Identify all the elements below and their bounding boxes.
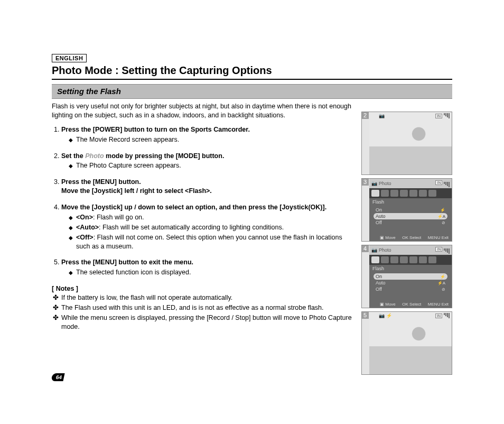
step-4-auto: <Auto>: Flash will be set automatically … xyxy=(69,223,356,232)
menu-header-3: Photo xyxy=(379,181,391,186)
page-title: Photo Mode : Setting the Capturing Optio… xyxy=(52,64,452,80)
in-indicator: IN xyxy=(435,314,442,318)
body-text: Flash is very useful not only for bright… xyxy=(52,102,356,375)
camera-icon: 📷 xyxy=(379,113,385,118)
menu-label-4: Flash xyxy=(369,265,452,272)
flash-on-icon: ⚡ xyxy=(386,313,392,318)
exit-hint: MENU Exit xyxy=(428,302,449,307)
move-hint: ▣ Move xyxy=(380,302,396,307)
step-1: Press the [POWER] button to turn on the … xyxy=(61,125,356,144)
figure-3-number: 3 xyxy=(361,178,369,186)
step-2-head: Set the Photo mode by pressing the [MODE… xyxy=(61,152,224,160)
figure-4: 4 📷PhotoIN Flash On⚡ Auto⚡A Off⊘ ▣ Move … xyxy=(361,245,452,308)
step-4-head: Move the [Joystick] up / down to select … xyxy=(61,204,326,211)
opt-on-3: On⚡ xyxy=(374,207,447,213)
language-tag: ENGLISH xyxy=(52,54,87,62)
figure-column: 2 📷 IN 3 📷PhotoIN Flash On⚡ Auto⚡A xyxy=(361,112,452,375)
exit-hint: MENU Exit xyxy=(428,235,449,240)
camera-icon: 📷 xyxy=(371,181,377,186)
note-2: The Flash used with this unit is an LED,… xyxy=(52,303,356,312)
opt-auto-4: Auto⚡A xyxy=(374,280,447,286)
step-4-off: <Off>: Flash will not come on. Select th… xyxy=(69,233,356,251)
opt-on-4: On⚡ xyxy=(374,273,447,280)
figure-3: 3 📷PhotoIN Flash On⚡ Auto⚡A Off⊘ ▣ Move … xyxy=(361,178,452,242)
intro-paragraph: Flash is very useful not only for bright… xyxy=(52,102,356,120)
menu-label-3: Flash xyxy=(369,198,452,206)
page-number: 64 xyxy=(51,373,64,381)
select-hint: OK Select xyxy=(402,235,421,240)
note-1: If the battery is low, the flash will no… xyxy=(52,293,356,302)
battery-icon xyxy=(444,182,450,187)
step-3: Press the [MENU] button. Move the [Joyst… xyxy=(61,178,356,196)
camera-icon: 📷 xyxy=(371,247,377,253)
opt-off-4: Off⊘ xyxy=(374,286,447,292)
step-1-sub: The Movie Record screen appears. xyxy=(69,135,356,144)
figure-2: 2 📷 IN xyxy=(361,112,452,175)
section-heading: Setting the Flash xyxy=(52,84,452,99)
camera-icon: 📷 xyxy=(379,313,385,318)
step-3-line2: Move the [Joystick] left / right to sele… xyxy=(61,187,356,196)
step-5-sub: The selected function icon is displayed. xyxy=(69,268,356,277)
figure-2-number: 2 xyxy=(361,112,369,119)
figure-4-number: 4 xyxy=(361,245,369,252)
menu-header-4: Photo xyxy=(379,247,391,253)
battery-icon xyxy=(444,113,450,118)
notes-heading: [ Notes ] xyxy=(52,284,356,293)
step-5: Press the [MENU] button to exit the menu… xyxy=(61,258,356,277)
step-4: Move the [Joystick] up / down to select … xyxy=(61,203,356,251)
step-2-sub: The Photo Capture screen appears. xyxy=(69,161,356,170)
step-2: Set the Photo mode by pressing the [MODE… xyxy=(61,152,356,171)
select-hint: OK Select xyxy=(402,302,421,307)
battery-icon xyxy=(444,313,450,318)
move-hint: ▣ Move xyxy=(380,235,396,240)
step-1-head: Press the [POWER] button to turn on the … xyxy=(61,126,250,133)
step-4-on: <On>: Flash will go on. xyxy=(69,213,356,222)
flash-tab-icon xyxy=(371,190,379,197)
battery-icon xyxy=(444,248,450,254)
step-5-head: Press the [MENU] button to exit the menu… xyxy=(61,259,193,266)
step-3-line1: Press the [MENU] button. xyxy=(61,178,356,187)
figure-5: 5 📷 ⚡ IN xyxy=(361,311,452,375)
figure-5-number: 5 xyxy=(361,311,369,319)
opt-auto-3: Auto⚡A xyxy=(374,213,447,219)
opt-off-3: Off⊘ xyxy=(374,219,447,226)
in-indicator: IN xyxy=(435,114,442,118)
section-heading-text: Setting the Flash xyxy=(57,87,121,96)
note-3: While the menu screen is displayed, pres… xyxy=(52,314,356,331)
